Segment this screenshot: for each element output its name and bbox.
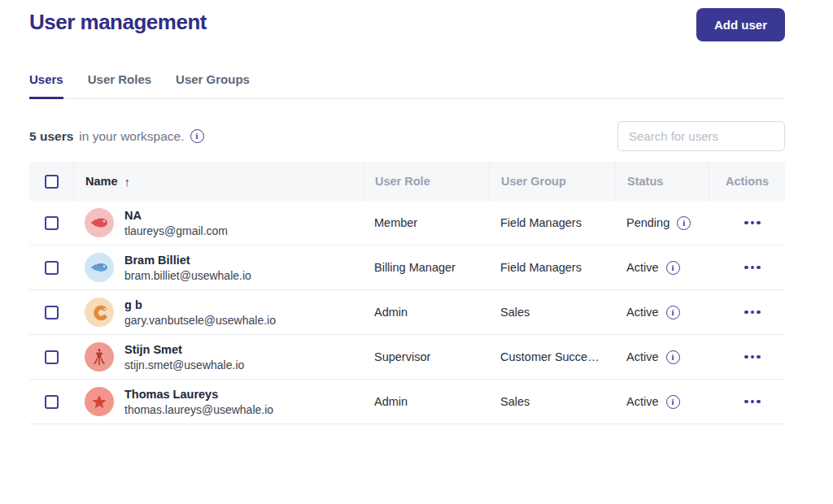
user-role: Member [363, 216, 489, 229]
add-user-button[interactable]: Add user [696, 8, 785, 41]
row-actions-button[interactable] [739, 306, 765, 319]
top-bar: User management Add user [29, 8, 785, 41]
header-status: Status [615, 162, 709, 201]
tab-user-roles[interactable]: User Roles [88, 72, 151, 98]
fish-icon [85, 253, 114, 282]
actions-cell [709, 261, 785, 275]
table-row: NA tlaureys@gmail.com Member Field Manag… [29, 201, 785, 245]
row-checkbox[interactable] [45, 261, 59, 275]
user-email: bram.billiet@usewhale.io [124, 269, 251, 282]
table-header-row: Name ↑ User Role User Group Status Actio… [29, 162, 785, 201]
user-name: Thomas Laureys [124, 388, 273, 401]
user-email: thomas.laureys@usewhale.io [124, 403, 273, 416]
header-select-all-cell [29, 162, 73, 201]
info-icon[interactable]: i [190, 129, 204, 143]
user-cell: Bram Billiet bram.billiet@usewhale.io [73, 253, 363, 282]
row-actions-button[interactable] [739, 216, 765, 230]
status-info-icon[interactable]: i [677, 216, 691, 230]
select-all-checkbox[interactable] [45, 175, 59, 189]
row-checkbox[interactable] [45, 306, 59, 319]
summary-text: in your workspace. [79, 129, 184, 144]
status-cell: Active i [615, 350, 709, 364]
search-input[interactable] [617, 121, 785, 151]
status-info-icon[interactable]: i [666, 306, 680, 319]
user-group: Sales [489, 306, 615, 319]
starfish-icon [85, 387, 114, 416]
status-cell: Active i [615, 306, 709, 319]
status-info-icon[interactable]: i [666, 261, 680, 275]
page-title: User management [29, 8, 207, 35]
table-row: Stijn Smet stijn.smet@usewhale.io Superv… [29, 335, 785, 380]
header-user-group: User Group [489, 162, 615, 201]
status-cell: Pending i [615, 216, 709, 230]
user-name: Bram Billiet [124, 254, 251, 267]
tab-bar: Users User Roles User Groups [29, 72, 785, 99]
status-text: Pending [626, 216, 669, 229]
status-text: Active [626, 261, 659, 274]
tab-users[interactable]: Users [29, 72, 63, 99]
status-text: Active [626, 395, 659, 408]
row-actions-button[interactable] [739, 261, 765, 275]
workspace-summary: 5 users in your workspace. i [29, 129, 204, 144]
user-cell: Thomas Laureys thomas.laureys@usewhale.i… [73, 387, 363, 416]
user-group: Customer Succe… [489, 350, 615, 363]
actions-cell [709, 216, 785, 230]
user-group: Field Managers [489, 216, 615, 229]
row-checkbox[interactable] [45, 216, 59, 230]
sort-ascending-icon[interactable]: ↑ [124, 175, 131, 189]
user-name: Stijn Smet [124, 343, 244, 356]
user-count: 5 users [29, 129, 73, 144]
status-info-icon[interactable]: i [666, 350, 680, 364]
table-row: Thomas Laureys thomas.laureys@usewhale.i… [29, 380, 785, 424]
user-role: Billing Manager [363, 261, 489, 274]
status-info-icon[interactable]: i [666, 395, 680, 409]
status-cell: Active i [615, 261, 709, 275]
user-role: Admin [363, 306, 489, 319]
status-cell: Active i [615, 395, 709, 409]
status-text: Active [626, 350, 659, 363]
row-actions-button[interactable] [739, 395, 765, 409]
table-row: Bram Billiet bram.billiet@usewhale.io Bi… [29, 245, 785, 290]
fish-icon [85, 208, 114, 237]
header-name[interactable]: Name ↑ [73, 162, 363, 201]
shrimp-icon [85, 298, 114, 327]
user-role: Admin [363, 395, 489, 408]
table-row: g b gary.vanbutsele@usewhale.io Admin Sa… [29, 290, 785, 335]
users-table: Name ↑ User Role User Group Status Actio… [29, 162, 785, 424]
actions-cell [709, 395, 785, 409]
user-group: Field Managers [489, 261, 615, 274]
actions-cell [709, 306, 785, 319]
user-cell: Stijn Smet stijn.smet@usewhale.io [73, 342, 363, 371]
header-actions: Actions [709, 162, 785, 201]
actions-cell [709, 350, 785, 364]
toolbar: 5 users in your workspace. i [29, 121, 785, 151]
row-checkbox[interactable] [45, 350, 59, 364]
tab-user-groups[interactable]: User Groups [176, 72, 250, 98]
row-checkbox[interactable] [45, 395, 59, 409]
user-cell: NA tlaureys@gmail.com [73, 208, 363, 237]
user-email: stijn.smet@usewhale.io [124, 358, 244, 371]
row-actions-button[interactable] [739, 350, 765, 364]
status-text: Active [626, 306, 659, 319]
user-cell: g b gary.vanbutsele@usewhale.io [73, 298, 363, 327]
user-group: Sales [489, 395, 615, 408]
header-user-role: User Role [363, 162, 489, 201]
user-email: tlaureys@gmail.com [124, 224, 228, 237]
user-role: Supervisor [363, 350, 489, 363]
user-name: g b [124, 298, 276, 311]
user-management-page: User management Add user Users User Role… [0, 0, 833, 424]
squid-icon [85, 342, 114, 371]
user-name: NA [124, 209, 228, 222]
user-email: gary.vanbutsele@usewhale.io [124, 314, 276, 327]
